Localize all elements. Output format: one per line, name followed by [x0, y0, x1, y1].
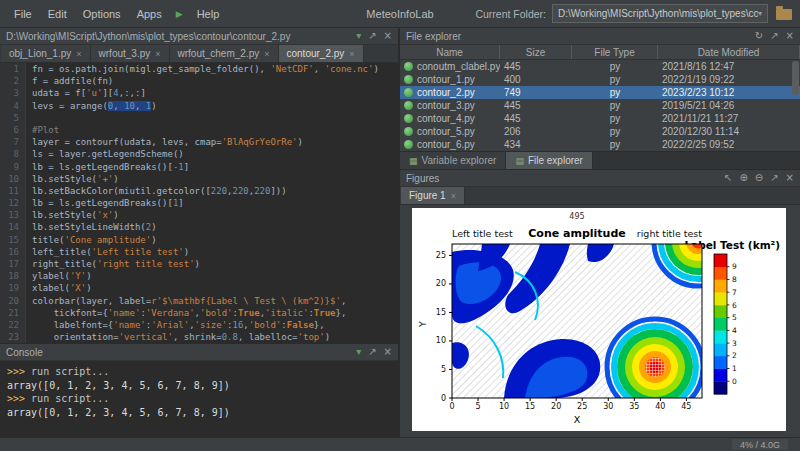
table-row[interactable]: conoutm_clabel.py445py2021/8/16 12:47 — [400, 60, 800, 73]
column-header-date-modified[interactable]: Date Modified — [658, 45, 800, 59]
float-icon[interactable]: ↗ — [368, 347, 376, 357]
table-row[interactable]: contour_5.py206py2020/12/30 11:14 — [400, 125, 800, 138]
column-header-file-type[interactable]: File Type — [572, 45, 658, 59]
current-folder-label: Current Folder: — [475, 8, 546, 20]
explorer-tabs: ▦Variable explorer▤File explorer — [400, 151, 800, 169]
float-icon[interactable]: ↗ — [770, 173, 778, 183]
cell-size: 749 — [500, 87, 572, 98]
figure-canvas[interactable]: 495 Left title test Cone amplitude right… — [412, 208, 786, 431]
browse-folder-icon[interactable] — [776, 9, 792, 20]
menu-help[interactable]: Help — [189, 5, 228, 23]
line-number: 18 — [0, 270, 26, 282]
tab-variable-explorer[interactable]: ▦Variable explorer — [400, 152, 506, 169]
cell-file-type: py — [572, 100, 658, 111]
close-tab-icon[interactable]: × — [349, 49, 354, 59]
current-folder-value: D:\Working\MIScript\Jython\mis\plot_type… — [558, 8, 758, 19]
code-text: f = addfile(fn) — [26, 75, 113, 87]
y-axis-ticks: 0510152025 — [436, 251, 452, 403]
table-scrollbar[interactable] — [792, 61, 799, 150]
code-line: 6#Plot — [0, 124, 398, 136]
cell-size: 434 — [500, 139, 572, 150]
colorbar-tick-label: 5 — [732, 313, 737, 322]
current-folder-combobox[interactable]: D:\Working\MIScript\Jython\mis\plot_type… — [552, 4, 768, 23]
y-tick-label: 15 — [436, 308, 446, 317]
left-column: D:\Working\MIScript\Jython\mis\plot_type… — [0, 28, 400, 437]
code-line: 15title('Cone amplitude') — [0, 234, 398, 246]
table-row[interactable]: contour_1.py400py2022/1/19 09:22 — [400, 73, 800, 86]
chevron-down-icon[interactable]: ▾ — [758, 9, 762, 18]
zoom-out-icon[interactable]: ⊖ — [755, 173, 763, 183]
code-line: 10lb.setStyle('+') — [0, 173, 398, 185]
close-tab-icon[interactable]: × — [155, 49, 160, 59]
run-script-icon[interactable]: ▶ — [170, 9, 189, 19]
cell-file-type: py — [572, 139, 658, 150]
table-row[interactable]: contour_6.py434py2022/2/25 09:52 — [400, 138, 800, 151]
close-icon[interactable]: × — [786, 31, 794, 41]
file-explorer-title: File explorer — [406, 31, 755, 42]
editor-tab-contour_2.py[interactable]: contour_2.py× — [279, 45, 364, 62]
file-explorer-icons: ↻ ↗ × — [755, 31, 794, 41]
x-tick-label: 45 — [681, 402, 691, 411]
close-tab-icon[interactable]: × — [76, 49, 81, 59]
code-text: levs = arange(0, 10, 1) — [26, 100, 157, 112]
code-text: orientation='vertical', shrink=0.8, labe… — [26, 331, 330, 343]
colorbar-tick-label: 2 — [732, 351, 737, 360]
editor-tab-obj_Lion_1.py[interactable]: obj_Lion_1.py× — [1, 45, 91, 62]
float-icon[interactable]: ↗ — [368, 31, 376, 41]
scrollbar-thumb[interactable] — [792, 61, 799, 95]
close-tab-icon[interactable]: × — [264, 49, 269, 59]
tab-file-explorer[interactable]: ▤File explorer — [506, 152, 593, 169]
code-text: colorbar(layer, label=r'$\mathbf{Label \… — [26, 295, 346, 307]
code-text: left_title('Left title test') — [26, 246, 189, 258]
line-number: 2 — [0, 75, 26, 87]
close-icon[interactable]: × — [384, 31, 392, 41]
x-tick-label: 5 — [475, 402, 480, 411]
table-row[interactable]: contour_4.py445py2021/11/21 11:27 — [400, 112, 800, 125]
column-header-name[interactable]: Name — [400, 45, 500, 59]
line-number: 20 — [0, 295, 26, 307]
line-number: 16 — [0, 246, 26, 258]
panel-menu-icon[interactable]: ▾ — [356, 31, 361, 41]
figure-tab[interactable]: Figure 1× — [401, 187, 465, 204]
x-tick-label: 10 — [499, 402, 509, 411]
close-icon[interactable]: × — [384, 347, 392, 357]
pointer-icon[interactable]: ↖ — [724, 173, 732, 183]
code-line: 9lb = ls.getLegendBreaks()[-1] — [0, 161, 398, 173]
refresh-icon[interactable]: ↻ — [755, 31, 763, 41]
code-line: 21 tickfont={'name':'Verdana','bold':Tru… — [0, 307, 398, 319]
left-title: Left title test — [452, 228, 513, 239]
menu-apps[interactable]: Apps — [129, 5, 170, 23]
panel-menu-icon[interactable]: ▾ — [356, 347, 361, 357]
colorbar-tick-label: 8 — [732, 275, 737, 284]
cell-file-type: py — [572, 61, 658, 72]
code-line: 18ylabel('Y') — [0, 270, 398, 282]
code-line: 2f = addfile(fn) — [0, 75, 398, 87]
code-text: #Plot — [26, 124, 59, 136]
y-tick-label: 25 — [436, 251, 446, 260]
console-line: array([0, 1, 2, 3, 4, 5, 6, 7, 8, 9]) — [7, 406, 398, 420]
cell-name: contour_6.py — [400, 139, 500, 150]
code-line: 17right_title('right title test') — [0, 258, 398, 270]
editor-tabbar: obj_Lion_1.py×wrfout_3.py×wrfout_chem_2.… — [0, 45, 398, 63]
console-title: Console — [6, 347, 356, 358]
console-output[interactable]: >>> run script...array([0, 1, 2, 3, 4, 5… — [0, 361, 398, 437]
menu-edit[interactable]: Edit — [40, 5, 75, 23]
cell-date-modified: 2023/2/23 10:12 — [658, 87, 800, 98]
table-row[interactable]: contour_2.py749py2023/2/23 10:12 — [400, 86, 800, 99]
figure-tabbar: Figure 1× — [400, 187, 800, 205]
editor-tab-wrfout_chem_2.py[interactable]: wrfout_chem_2.py× — [170, 45, 279, 62]
menu-file[interactable]: File — [6, 5, 40, 23]
x-axis-ticks: 051015202530354045 — [449, 398, 691, 411]
column-header-size[interactable]: Size — [500, 45, 572, 59]
tab-label: obj_Lion_1.py — [9, 48, 71, 59]
code-area[interactable]: 1fn = os.path.join(migl.get_sample_folde… — [0, 63, 398, 343]
editor-tab-wrfout_3.py[interactable]: wrfout_3.py× — [91, 45, 170, 62]
close-tab-icon[interactable]: × — [451, 191, 456, 201]
close-icon[interactable]: × — [786, 173, 794, 183]
menu-options[interactable]: Options — [75, 5, 129, 23]
float-icon[interactable]: ↗ — [770, 31, 778, 41]
cell-size: 400 — [500, 74, 572, 85]
zoom-in-icon[interactable]: ⊕ — [739, 173, 747, 183]
memory-indicator[interactable]: 4% / 4.0G — [732, 439, 788, 450]
table-row[interactable]: contour_3.py445py2019/5/21 04:26 — [400, 99, 800, 112]
